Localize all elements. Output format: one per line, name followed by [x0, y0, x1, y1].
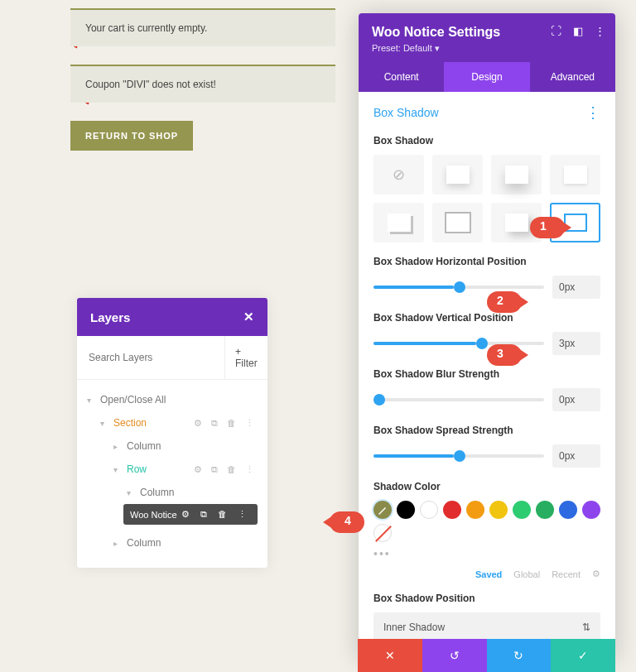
layer-column[interactable]: Column — [127, 537, 258, 549]
swatch-red[interactable] — [443, 501, 461, 519]
layer-actions[interactable]: ⚙ ⧉ 🗑 ⋮ — [194, 418, 258, 429]
settings-modal: Woo Notice Settings Preset: Default ▾ ⛶ … — [359, 13, 615, 659]
filter-button[interactable]: + Filter — [224, 336, 267, 379]
cancel-button[interactable]: ✕ — [358, 639, 422, 672]
open-close-all[interactable]: Open/Close All — [100, 394, 258, 406]
tab-advanced[interactable]: Advanced — [530, 62, 615, 92]
chevron-updown-icon: ⇅ — [582, 622, 590, 633]
shadow-preset-2[interactable] — [491, 155, 542, 194]
layer-column[interactable]: Column — [140, 487, 258, 498]
label-spread: Box Shadow Spread Strength — [373, 425, 600, 436]
redo-button[interactable]: ↻ — [487, 639, 552, 672]
save-button[interactable]: ✓ — [551, 639, 615, 672]
dropdown-position[interactable]: Inner Shadow⇅ — [373, 612, 600, 642]
swatch-yellow[interactable] — [489, 501, 508, 519]
color-swatches — [373, 501, 600, 542]
callout-1: 1 — [530, 217, 565, 238]
swatch-transparent[interactable] — [373, 524, 392, 542]
value-vpos[interactable]: 3px — [552, 332, 600, 355]
layer-column[interactable]: Column — [127, 440, 258, 452]
more-swatches-icon[interactable]: ••• — [373, 547, 600, 560]
swatch-blue[interactable] — [559, 501, 577, 519]
label-position: Box Shadow Position — [373, 593, 600, 604]
section-box-shadow[interactable]: Box Shadow — [373, 106, 439, 119]
value-hpos[interactable]: 0px — [552, 276, 600, 299]
expand-icon[interactable]: ⛶ — [551, 25, 561, 37]
callout-3: 3 — [487, 344, 522, 366]
shadow-preset-5[interactable] — [432, 203, 483, 242]
section-menu-icon[interactable]: ⋮ — [585, 103, 600, 122]
label-hpos: Box Shadow Horizontal Position — [373, 256, 600, 267]
gear-icon[interactable]: ⚙ — [592, 569, 600, 579]
return-to-shop-button[interactable]: RETURN TO SHOP — [70, 121, 193, 151]
page-preview: Your cart is currently empty. Coupon "DI… — [70, 8, 335, 151]
layer-section[interactable]: Section — [113, 417, 194, 429]
label-shadow-color: Shadow Color — [373, 481, 600, 492]
tab-design[interactable]: Design — [444, 62, 529, 92]
value-spread[interactable]: 0px — [552, 444, 600, 468]
slider-hpos[interactable] — [373, 286, 544, 289]
shadow-preset-3[interactable] — [550, 155, 600, 194]
swatch-orange[interactable] — [466, 501, 484, 519]
swatch-tab-saved[interactable]: Saved — [475, 569, 502, 579]
layer-woo-notice[interactable]: Woo Notice⚙ ⧉ 🗑 ⋮ — [123, 504, 258, 525]
label-vpos: Box Shadow Vertical Position — [373, 312, 600, 324]
shadow-preset-1[interactable] — [432, 155, 483, 194]
layer-row[interactable]: Row — [127, 463, 194, 475]
callout-2: 2 — [487, 291, 522, 313]
slider-spread[interactable] — [373, 454, 544, 458]
layers-title: Layers — [90, 310, 130, 324]
close-icon[interactable]: ✕ — [243, 310, 254, 324]
layers-panel: Layers ✕ + Filter ▾Open/Close All ▾Secti… — [77, 298, 267, 568]
notice-coupon: Coupon "DIVI" does not exist! — [70, 65, 335, 103]
callout-4: 4 — [330, 511, 364, 533]
tab-content[interactable]: Content — [359, 62, 444, 92]
shadow-preset-4[interactable] — [373, 203, 424, 242]
swatch-purple[interactable] — [582, 501, 600, 519]
snap-icon[interactable]: ◧ — [573, 25, 583, 37]
swatch-darkgreen[interactable] — [536, 501, 554, 519]
notice-empty-cart: Your cart is currently empty. — [70, 8, 335, 46]
slider-blur[interactable] — [373, 398, 544, 401]
search-input[interactable] — [77, 336, 224, 379]
settings-footer: ✕ ↺ ↻ ✓ — [358, 639, 615, 672]
shadow-preset-none[interactable]: ⊘ — [373, 155, 424, 194]
swatch-tab-global[interactable]: Global — [513, 569, 540, 579]
label-box-shadow: Box Shadow — [373, 135, 600, 146]
swatch-picked[interactable] — [373, 501, 392, 519]
swatch-black[interactable] — [397, 501, 415, 519]
eyedropper-icon — [373, 501, 392, 519]
slider-vpos[interactable] — [373, 342, 544, 345]
swatch-white[interactable] — [420, 501, 438, 519]
layer-actions[interactable]: ⚙ ⧉ 🗑 ⋮ — [194, 464, 258, 475]
menu-icon[interactable]: ⋮ — [595, 25, 605, 37]
label-blur: Box Shadow Blur Strength — [373, 368, 600, 380]
value-blur[interactable]: 0px — [552, 388, 600, 411]
swatch-tab-recent[interactable]: Recent — [552, 569, 581, 579]
preset-dropdown[interactable]: Preset: Default ▾ — [372, 43, 602, 54]
swatch-green[interactable] — [513, 501, 531, 519]
undo-button[interactable]: ↺ — [422, 639, 487, 672]
